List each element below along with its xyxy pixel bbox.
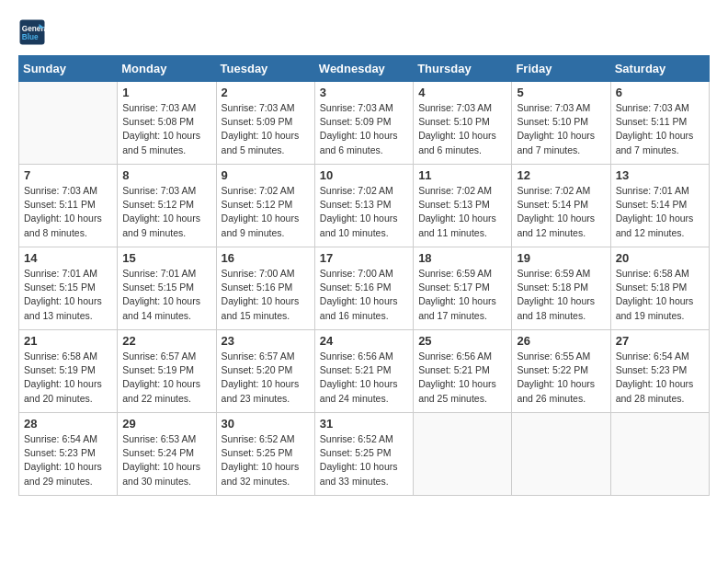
- day-cell: 11Sunrise: 7:02 AMSunset: 5:13 PMDayligh…: [414, 165, 512, 247]
- day-info: Sunrise: 7:03 AMSunset: 5:09 PMDaylight:…: [320, 101, 408, 157]
- day-cell: 12Sunrise: 7:02 AMSunset: 5:14 PMDayligh…: [512, 165, 610, 247]
- day-number: 31: [320, 417, 408, 431]
- day-info: Sunrise: 6:56 AMSunset: 5:21 PMDaylight:…: [418, 350, 506, 406]
- day-info: Sunrise: 6:54 AMSunset: 5:23 PMDaylight:…: [616, 350, 704, 406]
- day-number: 2: [222, 86, 310, 99]
- day-info: Sunrise: 6:57 AMSunset: 5:19 PMDaylight:…: [122, 350, 210, 406]
- header-row: SundayMondayTuesdayWednesdayThursdayFrid…: [19, 56, 710, 82]
- day-cell: 7Sunrise: 7:03 AMSunset: 5:11 PMDaylight…: [19, 165, 118, 247]
- day-cell: 26Sunrise: 6:55 AMSunset: 5:22 PMDayligh…: [512, 330, 610, 413]
- day-cell: 21Sunrise: 6:58 AMSunset: 5:19 PMDayligh…: [19, 330, 118, 413]
- day-info: Sunrise: 6:56 AMSunset: 5:21 PMDaylight:…: [320, 350, 408, 406]
- header-monday: Monday: [118, 56, 216, 82]
- day-cell: 4Sunrise: 7:03 AMSunset: 5:10 PMDaylight…: [414, 82, 512, 165]
- day-info: Sunrise: 7:02 AMSunset: 5:13 PMDaylight:…: [320, 184, 408, 240]
- day-info: Sunrise: 7:01 AMSunset: 5:15 PMDaylight:…: [24, 267, 112, 323]
- calendar-table: SundayMondayTuesdayWednesdayThursdayFrid…: [18, 55, 710, 496]
- day-info: Sunrise: 7:02 AMSunset: 5:13 PMDaylight:…: [418, 184, 506, 240]
- day-cell: 1Sunrise: 7:03 AMSunset: 5:08 PMDaylight…: [118, 82, 216, 165]
- day-number: 4: [418, 86, 506, 99]
- day-info: Sunrise: 7:03 AMSunset: 5:08 PMDaylight:…: [122, 101, 210, 157]
- day-number: 19: [517, 251, 605, 265]
- day-number: 30: [222, 417, 310, 431]
- header-tuesday: Tuesday: [216, 56, 314, 82]
- day-cell: 9Sunrise: 7:02 AMSunset: 5:12 PMDaylight…: [216, 165, 314, 247]
- day-number: 26: [517, 334, 605, 348]
- day-number: 11: [418, 168, 506, 182]
- day-info: Sunrise: 7:01 AMSunset: 5:14 PMDaylight:…: [616, 184, 704, 240]
- day-number: 22: [122, 334, 210, 348]
- day-info: Sunrise: 6:52 AMSunset: 5:25 PMDaylight:…: [222, 432, 310, 488]
- day-info: Sunrise: 6:59 AMSunset: 5:17 PMDaylight:…: [418, 267, 506, 323]
- day-number: 8: [122, 168, 210, 182]
- day-number: 24: [320, 334, 408, 348]
- day-cell: [610, 413, 709, 496]
- day-cell: 18Sunrise: 6:59 AMSunset: 5:17 PMDayligh…: [414, 247, 512, 330]
- day-number: 25: [418, 334, 506, 348]
- week-row-3: 14Sunrise: 7:01 AMSunset: 5:15 PMDayligh…: [19, 247, 710, 330]
- header-thursday: Thursday: [414, 56, 512, 82]
- day-cell: 3Sunrise: 7:03 AMSunset: 5:09 PMDaylight…: [314, 82, 413, 165]
- day-info: Sunrise: 6:53 AMSunset: 5:24 PMDaylight:…: [122, 432, 210, 488]
- header-wednesday: Wednesday: [314, 56, 413, 82]
- week-row-4: 21Sunrise: 6:58 AMSunset: 5:19 PMDayligh…: [19, 330, 710, 413]
- day-number: 28: [24, 417, 112, 431]
- day-info: Sunrise: 7:03 AMSunset: 5:11 PMDaylight:…: [24, 184, 112, 240]
- day-cell: [512, 413, 610, 496]
- day-info: Sunrise: 7:03 AMSunset: 5:10 PMDaylight:…: [517, 101, 605, 157]
- day-info: Sunrise: 7:01 AMSunset: 5:15 PMDaylight:…: [122, 267, 210, 323]
- calendar-body: 1Sunrise: 7:03 AMSunset: 5:08 PMDaylight…: [19, 82, 710, 496]
- day-cell: 8Sunrise: 7:03 AMSunset: 5:12 PMDaylight…: [118, 165, 216, 247]
- week-row-5: 28Sunrise: 6:54 AMSunset: 5:23 PMDayligh…: [19, 413, 710, 496]
- day-info: Sunrise: 6:58 AMSunset: 5:18 PMDaylight:…: [616, 267, 704, 323]
- day-info: Sunrise: 6:57 AMSunset: 5:20 PMDaylight:…: [222, 350, 310, 406]
- day-info: Sunrise: 7:00 AMSunset: 5:16 PMDaylight:…: [320, 267, 408, 323]
- day-cell: [19, 82, 118, 165]
- svg-text:General: General: [22, 25, 46, 33]
- day-number: 27: [616, 334, 704, 348]
- day-number: 17: [320, 251, 408, 265]
- day-info: Sunrise: 7:00 AMSunset: 5:16 PMDaylight:…: [222, 267, 310, 323]
- day-number: 13: [616, 168, 704, 182]
- day-info: Sunrise: 6:52 AMSunset: 5:25 PMDaylight:…: [320, 432, 408, 488]
- day-cell: 24Sunrise: 6:56 AMSunset: 5:21 PMDayligh…: [314, 330, 413, 413]
- day-info: Sunrise: 7:03 AMSunset: 5:12 PMDaylight:…: [122, 184, 210, 240]
- day-cell: [414, 413, 512, 496]
- day-cell: 29Sunrise: 6:53 AMSunset: 5:24 PMDayligh…: [118, 413, 216, 496]
- day-number: 23: [222, 334, 310, 348]
- day-number: 9: [222, 168, 310, 182]
- day-cell: 31Sunrise: 6:52 AMSunset: 5:25 PMDayligh…: [314, 413, 413, 496]
- day-cell: 2Sunrise: 7:03 AMSunset: 5:09 PMDaylight…: [216, 82, 314, 165]
- day-cell: 5Sunrise: 7:03 AMSunset: 5:10 PMDaylight…: [512, 82, 610, 165]
- logo-icon: General Blue: [18, 18, 46, 46]
- day-number: 10: [320, 168, 408, 182]
- day-info: Sunrise: 7:02 AMSunset: 5:14 PMDaylight:…: [517, 184, 605, 240]
- day-cell: 19Sunrise: 6:59 AMSunset: 5:18 PMDayligh…: [512, 247, 610, 330]
- day-number: 7: [24, 168, 112, 182]
- day-number: 14: [24, 251, 112, 265]
- page-header: General Blue: [18, 18, 710, 46]
- day-number: 15: [122, 251, 210, 265]
- day-number: 12: [517, 168, 605, 182]
- day-number: 29: [122, 417, 210, 431]
- day-info: Sunrise: 6:58 AMSunset: 5:19 PMDaylight:…: [24, 350, 112, 406]
- day-info: Sunrise: 7:03 AMSunset: 5:10 PMDaylight:…: [418, 101, 506, 157]
- day-cell: 20Sunrise: 6:58 AMSunset: 5:18 PMDayligh…: [610, 247, 709, 330]
- day-cell: 23Sunrise: 6:57 AMSunset: 5:20 PMDayligh…: [216, 330, 314, 413]
- day-number: 1: [122, 86, 210, 99]
- day-cell: 28Sunrise: 6:54 AMSunset: 5:23 PMDayligh…: [19, 413, 118, 496]
- day-number: 21: [24, 334, 112, 348]
- day-info: Sunrise: 7:02 AMSunset: 5:12 PMDaylight:…: [222, 184, 310, 240]
- svg-text:Blue: Blue: [22, 33, 39, 41]
- day-info: Sunrise: 7:03 AMSunset: 5:09 PMDaylight:…: [222, 101, 310, 157]
- day-number: 20: [616, 251, 704, 265]
- day-number: 18: [418, 251, 506, 265]
- day-number: 3: [320, 86, 408, 99]
- day-info: Sunrise: 7:03 AMSunset: 5:11 PMDaylight:…: [616, 101, 704, 157]
- day-info: Sunrise: 6:59 AMSunset: 5:18 PMDaylight:…: [517, 267, 605, 323]
- day-cell: 17Sunrise: 7:00 AMSunset: 5:16 PMDayligh…: [314, 247, 413, 330]
- logo: General Blue: [18, 18, 48, 46]
- header-friday: Friday: [512, 56, 610, 82]
- day-cell: 25Sunrise: 6:56 AMSunset: 5:21 PMDayligh…: [414, 330, 512, 413]
- day-number: 5: [517, 86, 605, 99]
